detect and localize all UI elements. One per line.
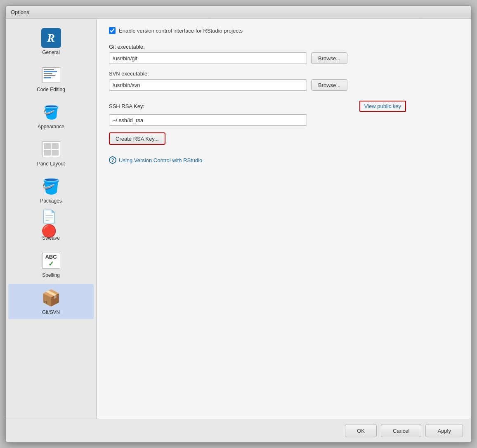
ssh-rsa-key-section: SSH RSA Key: View public key Create RSA … (109, 101, 459, 145)
appearance-icon: 🪣 (41, 102, 61, 122)
sidebar-item-general[interactable]: R General (8, 24, 94, 59)
sidebar-item-sweave[interactable]: 📄🔴 Sweave (8, 210, 94, 245)
enable-version-control-checkbox[interactable] (109, 27, 116, 34)
sidebar: R General Code Editing (6, 19, 97, 419)
create-rsa-key-button[interactable]: Create RSA Key... (109, 132, 165, 145)
sidebar-item-appearance[interactable]: 🪣 Appearance (8, 98, 94, 134)
ok-button[interactable]: OK (345, 424, 377, 437)
apply-button[interactable]: Apply (425, 424, 463, 437)
sidebar-item-label-code-editing: Code Editing (37, 87, 65, 92)
sidebar-item-label-pane-layout: Pane Layout (37, 161, 65, 167)
sidebar-item-label-sweave: Sweave (42, 235, 60, 241)
git-svn-icon: 📦 (41, 288, 61, 308)
svn-executable-input[interactable] (109, 79, 307, 91)
cancel-button[interactable]: Cancel (381, 424, 421, 437)
sidebar-item-label-git-svn: Git/SVN (42, 309, 60, 315)
sidebar-item-label-packages: Packages (40, 198, 62, 204)
svn-executable-label: SVN executable: (109, 71, 459, 77)
sidebar-item-label-general: General (42, 50, 60, 55)
ssh-header: SSH RSA Key: View public key (109, 101, 406, 112)
sidebar-item-code-editing[interactable]: Code Editing (8, 61, 94, 97)
options-dialog: Options R General (5, 5, 472, 443)
view-public-key-button[interactable]: View public key (359, 101, 406, 112)
ssh-input-row (109, 114, 459, 126)
svn-executable-row: Browse... (109, 79, 459, 91)
git-browse-button[interactable]: Browse... (311, 52, 347, 64)
title-bar: Options (6, 6, 471, 19)
git-executable-label: Git executable: (109, 44, 459, 50)
pane-layout-icon (41, 139, 61, 159)
window-body: R General Code Editing (6, 19, 471, 419)
sidebar-item-pane-layout[interactable]: Pane Layout (8, 135, 94, 171)
window-title: Options (11, 9, 29, 15)
sidebar-item-git-svn[interactable]: 📦 Git/SVN (8, 284, 94, 319)
spelling-icon: ABC ✓ (41, 251, 61, 271)
ssh-path-input[interactable] (109, 114, 307, 126)
enable-version-control-row: Enable version control interface for RSt… (109, 27, 459, 34)
sidebar-item-label-appearance: Appearance (38, 124, 64, 130)
help-link[interactable]: ? Using Version Control with RStudio (109, 156, 459, 164)
sidebar-item-label-spelling: Spelling (42, 272, 60, 278)
svn-executable-group: SVN executable: Browse... (109, 71, 459, 91)
help-link-text: Using Version Control with RStudio (119, 157, 202, 163)
sweave-icon: 📄🔴 (41, 214, 61, 233)
footer: OK Cancel Apply (6, 419, 471, 442)
sidebar-item-spelling[interactable]: ABC ✓ Spelling (8, 247, 94, 282)
ssh-rsa-key-label: SSH RSA Key: (109, 103, 144, 109)
git-executable-row: Browse... (109, 52, 459, 64)
git-executable-input[interactable] (109, 52, 307, 64)
help-icon: ? (109, 156, 116, 164)
code-editing-icon (41, 65, 61, 85)
main-content: Enable version control interface for RSt… (97, 19, 471, 419)
sidebar-item-packages[interactable]: 🪣 Packages (8, 172, 94, 208)
packages-icon: 🪣 (41, 177, 61, 196)
create-rsa-row: Create RSA Key... (109, 129, 459, 145)
r-logo-icon: R (41, 28, 61, 48)
git-executable-group: Git executable: Browse... (109, 44, 459, 64)
svn-browse-button[interactable]: Browse... (311, 79, 347, 91)
enable-version-control-label: Enable version control interface for RSt… (119, 28, 243, 34)
